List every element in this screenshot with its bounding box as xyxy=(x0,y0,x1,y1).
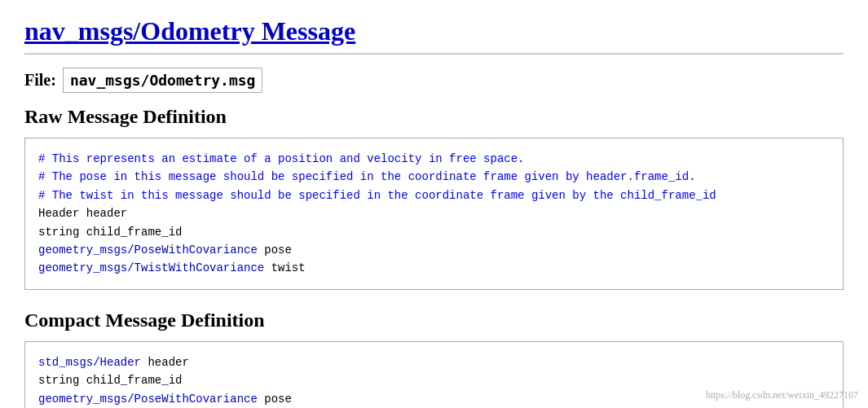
compact-message-heading: Compact Message Definition xyxy=(24,309,844,331)
compact-line-3-link[interactable]: geometry_msgs/PoseWithCovariance xyxy=(38,393,258,406)
raw-code-block: # This represents an estimate of a posit… xyxy=(24,138,844,290)
raw-line-1: Header header xyxy=(38,204,830,222)
raw-line-2: string child_frame_id xyxy=(38,223,830,241)
file-path: nav_msgs/Odometry.msg xyxy=(63,68,263,93)
compact-line-1-link[interactable]: std_msgs/Header xyxy=(38,356,141,369)
compact-line-1: std_msgs/Header header xyxy=(38,353,830,371)
raw-line-4: geometry_msgs/TwistWithCovariance twist xyxy=(38,259,830,277)
raw-message-heading: Raw Message Definition xyxy=(24,106,844,128)
raw-line-3: geometry_msgs/PoseWithCovariance pose xyxy=(38,241,830,259)
title-suffix: /Odometry Message xyxy=(133,16,355,46)
raw-line-4-link[interactable]: geometry_msgs/TwistWithCovariance xyxy=(38,261,264,274)
file-label: File: xyxy=(24,71,56,90)
compact-line-2: string child_frame_id xyxy=(38,371,830,389)
raw-comment-3: # The twist in this message should be sp… xyxy=(38,186,830,204)
file-section: File: nav_msgs/Odometry.msg xyxy=(24,68,844,93)
watermark: https://blog.csdn.net/weixin_49227107 xyxy=(706,389,858,401)
raw-line-3-link[interactable]: geometry_msgs/PoseWithCovariance xyxy=(38,243,258,257)
title-link[interactable]: nav_msgs xyxy=(24,16,133,46)
raw-comment-1: # This represents an estimate of a posit… xyxy=(38,150,830,168)
raw-line-3-rest: pose xyxy=(258,243,292,257)
compact-line-1-rest: header xyxy=(141,356,189,369)
compact-line-3-rest: pose xyxy=(258,393,292,406)
raw-comment-2: # The pose in this message should be spe… xyxy=(38,168,830,186)
raw-line-4-rest: twist xyxy=(264,261,305,274)
page-title: nav_msgs/Odometry Message xyxy=(24,16,844,55)
